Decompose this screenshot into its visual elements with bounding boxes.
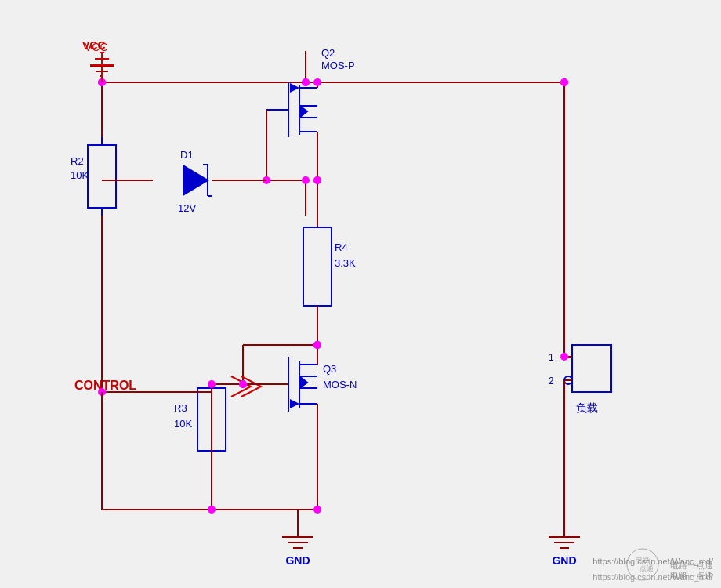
watermark-logo: 电路一点通: [670, 570, 713, 582]
watermark-url: https://blog.csdn.net/Wanc_md/: [592, 557, 713, 566]
